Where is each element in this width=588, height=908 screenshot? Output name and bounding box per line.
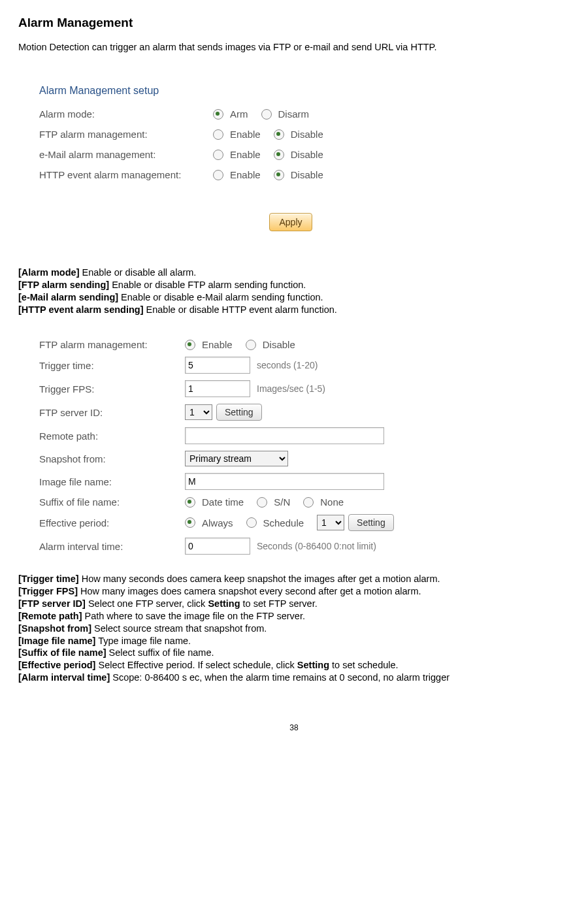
image-file-name-input[interactable] (185, 473, 384, 490)
radio-effective-schedule[interactable] (246, 517, 257, 528)
row-image-file-name: Image file name: (39, 473, 542, 490)
radio-suffix-none[interactable] (303, 497, 314, 508)
radio-ftp-disable[interactable] (274, 129, 284, 140)
desc-alarm-mode-b: [Alarm mode] (18, 267, 79, 278)
label-ftp-server-id: FTP server ID: (39, 407, 185, 418)
label-suffix: Suffix of file name: (39, 496, 185, 508)
label-effective: Effective period: (39, 517, 185, 528)
opt-http-disable: Disable (291, 169, 323, 180)
d2-trigger-time-b: [Trigger time] (18, 574, 79, 584)
row-effective: Effective period: Always Schedule 1 Sett… (39, 514, 542, 531)
radio-ftp-enable[interactable] (213, 129, 223, 140)
opt-suffix-sn: S/N (274, 496, 290, 508)
d2-effective-b: [Effective period] (18, 660, 95, 670)
row-remote-path: Remote path: (39, 427, 542, 444)
d2-suffix-t: Select suffix of file name. (106, 647, 214, 658)
remote-path-input[interactable] (185, 427, 384, 444)
opt-ftp2-disable: Disable (263, 339, 295, 350)
desc-alarm-mode-t: Enable or disable all alarm. (79, 267, 196, 278)
radio-ftp2-disable[interactable] (246, 340, 256, 350)
d2-trigger-time-t: How many seconds does camera keep snapsh… (79, 574, 440, 584)
label-interval: Alarm interval time: (39, 541, 185, 552)
label-alarm-mode: Alarm mode: (39, 108, 213, 120)
d2-snapshot-t: Select source stream that snapshot from. (91, 623, 267, 634)
d2-interval-b: [Alarm interval time] (18, 672, 110, 683)
desc-ftp-t: Enable or disable FTP alarm sending func… (109, 280, 306, 290)
label-ftp-mgmt: FTP alarm management: (39, 339, 185, 350)
trigger-fps-input[interactable] (185, 380, 250, 397)
desc-email-b: [e-Mail alarm sending] (18, 292, 118, 302)
row-ftp-server-id: FTP server ID: 1 Setting (39, 404, 542, 421)
label-email-alarm: e-Mail alarm management: (39, 149, 213, 160)
radio-http-enable[interactable] (213, 170, 223, 180)
row-ftp-alarm: FTP alarm management: Enable Disable (39, 129, 542, 140)
label-remote-path: Remote path: (39, 430, 185, 442)
opt-ftp-disable: Disable (291, 129, 323, 140)
trigger-time-hint: seconds (1-20) (257, 360, 318, 370)
radio-email-enable[interactable] (213, 150, 223, 160)
opt-ftp-enable: Enable (230, 129, 261, 140)
page-number: 38 (18, 723, 570, 732)
row-interval: Alarm interval time: Seconds (0-86400 0:… (39, 538, 542, 555)
d2-ftp-id-t3: to set FTP server. (240, 598, 318, 609)
radio-suffix-datetime[interactable] (185, 497, 195, 508)
d2-remote-t: Path where to save the image file on the… (82, 611, 304, 621)
label-trigger-fps: Trigger FPS: (39, 383, 185, 395)
radio-http-disable[interactable] (274, 170, 284, 180)
d2-ftp-id-t1: Select one FTP server, click (86, 598, 208, 609)
d2-remote-b: [Remote path] (18, 611, 82, 621)
trigger-fps-hint: Images/sec (1-5) (257, 383, 325, 394)
ftp-alarm-panel: FTP alarm management: Enable Disable Tri… (26, 332, 555, 568)
ftp-server-id-select[interactable]: 1 (185, 404, 212, 420)
row-alarm-mode: Alarm mode: Arm Disarm (39, 108, 542, 120)
d2-effective-t2: Setting (297, 660, 329, 670)
interval-hint: Seconds (0-86400 0:not limit) (257, 541, 376, 551)
opt-email-disable: Disable (291, 149, 323, 160)
ftp-server-setting-button[interactable]: Setting (216, 404, 262, 421)
desc-http-b: [HTTP event alarm sending] (18, 304, 144, 315)
label-snapshot-from: Snapshot from: (39, 453, 185, 464)
panel-title: Alarm Management setup (39, 85, 542, 97)
effective-schedule-select[interactable]: 1 (317, 515, 344, 530)
row-trigger-time: Trigger time: seconds (1-20) (39, 357, 542, 374)
radio-disarm[interactable] (261, 109, 272, 120)
row-suffix: Suffix of file name: Date time S/N None (39, 496, 542, 508)
opt-effective-schedule: Schedule (263, 517, 304, 528)
effective-setting-button[interactable]: Setting (348, 514, 394, 531)
label-image-file-name: Image file name: (39, 476, 185, 487)
opt-suffix-none: None (320, 496, 344, 508)
row-trigger-fps: Trigger FPS: Images/sec (1-5) (39, 380, 542, 397)
d2-imgname-t: Type image file name. (95, 636, 191, 646)
snapshot-from-select[interactable]: Primary stream (185, 451, 288, 466)
desc-http-t: Enable or disable HTTP event alarm funct… (144, 304, 337, 315)
d2-imgname-b: [Image file name] (18, 636, 95, 646)
d2-ftp-id-b: [FTP server ID] (18, 598, 86, 609)
d2-effective-t3: to set schedule. (329, 660, 399, 670)
description-block-1: [Alarm mode] Enable or disable all alarm… (18, 267, 570, 316)
row-snapshot-from: Snapshot from: Primary stream (39, 451, 542, 466)
interval-input[interactable] (185, 538, 250, 555)
label-ftp-alarm: FTP alarm management: (39, 129, 213, 140)
trigger-time-input[interactable] (185, 357, 250, 374)
d2-trigger-fps-b: [Trigger FPS] (18, 586, 78, 596)
radio-email-disable[interactable] (274, 150, 284, 160)
label-http-alarm: HTTP event alarm management: (39, 169, 213, 180)
page-title: Alarm Management (18, 16, 570, 30)
intro-text: Motion Detection can trigger an alarm th… (18, 42, 570, 52)
opt-suffix-datetime: Date time (202, 496, 244, 508)
apply-button[interactable]: Apply (269, 213, 312, 231)
d2-snapshot-b: [Snapshot from] (18, 623, 91, 634)
opt-email-enable: Enable (230, 149, 261, 160)
opt-effective-always: Always (202, 517, 233, 528)
radio-ftp2-enable[interactable] (185, 340, 195, 350)
row-ftp-mgmt: FTP alarm management: Enable Disable (39, 339, 542, 350)
radio-arm[interactable] (213, 109, 223, 120)
row-email-alarm: e-Mail alarm management: Enable Disable (39, 149, 542, 160)
radio-effective-always[interactable] (185, 517, 195, 528)
radio-suffix-sn[interactable] (257, 497, 267, 508)
desc-ftp-b: [FTP alarm sending] (18, 280, 109, 290)
description-block-2: [Trigger time] How many seconds does cam… (18, 573, 570, 684)
d2-interval-t: Scope: 0-86400 s ec, when the alarm time… (110, 672, 449, 683)
d2-ftp-id-t2: Setting (208, 598, 240, 609)
opt-arm: Arm (230, 108, 248, 120)
